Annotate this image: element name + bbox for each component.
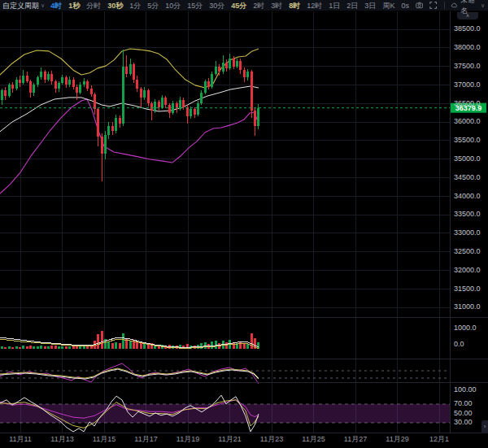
price-label: 33500.0: [454, 210, 481, 218]
price-axis[interactable]: 38500.038000.037500.037000.036500.036000…: [454, 24, 481, 426]
panel-expand-tab[interactable]: ›: [481, 420, 488, 433]
timeframe-1秒[interactable]: 1秒: [68, 0, 80, 11]
workspace-menu[interactable]: 未命名 ∨: [451, 0, 485, 16]
date-label: 11月25: [302, 435, 325, 443]
timeframe-5分[interactable]: 5分: [147, 0, 159, 11]
price-label: 32500.0: [454, 247, 481, 255]
camera-icon[interactable]: [416, 1, 423, 10]
price-label: 37500.0: [454, 62, 481, 70]
volume-label: 0.0: [454, 340, 464, 348]
chevron-down-icon: ∨: [41, 2, 45, 9]
toolbar-right: 0s 未命名 ∨ 下单: [401, 0, 488, 11]
price-label: 37000.0: [454, 80, 481, 89]
timeframe-分时[interactable]: 分时: [86, 0, 101, 11]
kdj-overbought-band: [0, 404, 450, 423]
price-label: 34500.0: [454, 173, 481, 181]
toolbar-divider: [444, 2, 445, 9]
candlestick-chart[interactable]: 36379.938500.038000.037500.037000.036500…: [0, 0, 488, 448]
timeframe-30分[interactable]: 30分: [209, 0, 224, 11]
price-label: 35000.0: [454, 154, 481, 163]
price-label: 35500.0: [454, 136, 481, 144]
time-axis[interactable]: 11月1111月1311月1511月1711月1911月2111月2311月25…: [9, 435, 449, 443]
price-label: 38000.0: [454, 43, 481, 51]
timeframe-1分[interactable]: 1分: [129, 0, 141, 11]
date-label: 11月27: [344, 435, 367, 443]
timeframe-selected[interactable]: 4时: [50, 0, 62, 11]
trading-chart-app: 自定义周期 ∨ 4时 1秒分时30秒1分5分10分15分30分45分2时3时8时…: [0, 0, 488, 448]
cloud-icon: [451, 1, 458, 10]
oscillator-label: 30.00: [454, 418, 473, 426]
timeframe-30秒[interactable]: 30秒: [107, 0, 123, 11]
oscillator-label: 50.00: [454, 409, 473, 417]
date-label: 11月19: [176, 435, 199, 443]
fullscreen-icon[interactable]: [429, 1, 437, 10]
date-label: 11月15: [93, 435, 115, 443]
price-label: 31000.0: [454, 302, 481, 311]
price-label: 36500.0: [454, 99, 481, 107]
timeframe-8时[interactable]: 8时: [289, 0, 300, 11]
date-label: 11月21: [218, 435, 241, 443]
timeframe-3时[interactable]: 3时: [271, 0, 282, 11]
oscillator-label: 70.00: [454, 399, 473, 407]
oscillator-pane-wr: [0, 363, 450, 384]
date-label: 11月29: [386, 435, 408, 443]
price-label: 32000.0: [454, 266, 481, 274]
oscillator-label: 100.00: [454, 385, 477, 394]
volume-pane: [0, 331, 259, 349]
timeframe-周K[interactable]: 周K: [382, 0, 394, 11]
timeframe-1日[interactable]: 1日: [329, 0, 340, 11]
date-label: 11月13: [50, 435, 73, 443]
price-label: 36000.0: [454, 117, 481, 125]
timeframe-list: 1秒分时30秒1分5分10分15分30分45分2时3时8时12时1日2日3日周K: [68, 0, 401, 11]
custom-period-dropdown[interactable]: 自定义周期: [2, 0, 39, 11]
timeframe-2时[interactable]: 2时: [253, 0, 264, 11]
workspace-name: 未命名: [460, 0, 478, 16]
last-price-line: 36379.9: [0, 103, 486, 113]
grid-lines: [0, 11, 450, 433]
timeframe-45分[interactable]: 45分: [231, 0, 246, 11]
timeframe-bar: 自定义周期 ∨ 4时 1秒分时30秒1分5分10分15分30分45分2时3时8时…: [0, 0, 401, 11]
price-label: 31500.0: [454, 285, 481, 293]
date-label: 11月17: [134, 435, 157, 443]
date-label: 11月11: [9, 435, 32, 443]
date-label: 11月23: [260, 435, 283, 443]
volume-label: 1000.0: [454, 324, 477, 332]
oscillator-pane-kdj: [0, 395, 450, 432]
date-label: 12月1: [429, 435, 449, 443]
timeframe-2日[interactable]: 2日: [346, 0, 358, 11]
candle-countdown: 0s: [401, 2, 409, 10]
timeframe-10分[interactable]: 10分: [165, 0, 181, 11]
price-label: 34000.0: [454, 192, 481, 200]
price-label: 33000.0: [454, 228, 481, 237]
price-label: 38500.0: [454, 24, 481, 33]
timeframe-15分[interactable]: 15分: [187, 0, 203, 11]
chevron-down-icon: ∨: [481, 2, 485, 9]
timeframe-3日[interactable]: 3日: [364, 0, 376, 11]
chart-toolbar: 自定义周期 ∨ 4时 1秒分时30秒1分5分10分15分30分45分2时3时8时…: [0, 0, 488, 11]
timeframe-12时[interactable]: 12时: [307, 0, 322, 11]
